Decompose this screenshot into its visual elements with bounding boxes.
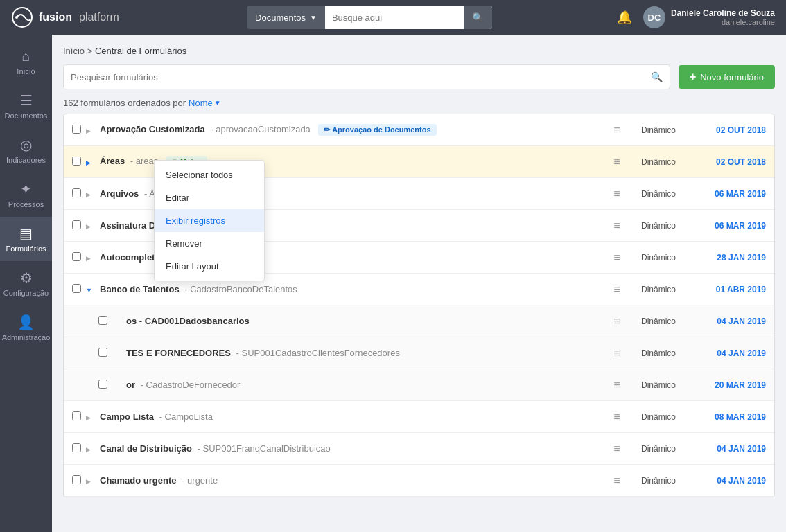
sidebar-item-inicio[interactable]: ⌂ Início [0, 40, 52, 84]
row-checkbox[interactable] [72, 188, 86, 200]
layers-icon: ≡ [606, 411, 627, 423]
user-email: daniele.caroline [671, 18, 775, 26]
form-date: 04 JAN 2019 [690, 444, 766, 454]
breadcrumb-home[interactable]: Início [63, 46, 85, 56]
sidebar-item-administracao[interactable]: 👤 Administração [0, 305, 52, 350]
global-search-input[interactable] [325, 6, 464, 29]
new-form-label: Novo formulário [700, 72, 764, 82]
table-row: Áreas - areas ✏ Metas ≡ Dinâmico 02 OUT … [64, 146, 774, 178]
context-menu-remove[interactable]: Remover [155, 232, 264, 255]
form-type: Dinâmico [627, 221, 690, 231]
form-slug: - CadastroDeFornecedor [141, 380, 241, 390]
sort-chevron-icon: ▼ [214, 99, 221, 107]
row-expand-btn[interactable] [86, 221, 100, 231]
form-type: Dinâmico [627, 189, 690, 199]
layers-icon: ≡ [606, 188, 627, 200]
form-date: 02 OUT 2018 [690, 125, 766, 135]
brand: fusion platform [11, 6, 136, 28]
form-name: Canal de Distribuição [100, 443, 192, 454]
row-expand-btn[interactable] [86, 189, 100, 199]
user-details: Daniele Caroline de Souza daniele.caroli… [671, 8, 775, 26]
form-date: 08 MAR 2019 [690, 412, 766, 422]
layers-icon: ≡ [606, 251, 627, 264]
context-menu-edit[interactable]: Editar [155, 186, 264, 209]
table-scroll[interactable]: Aprovação Customizada - aprovacaoCustomi… [64, 114, 774, 497]
context-menu-select-all[interactable]: Selecionar todos [155, 163, 264, 186]
form-type: Dinâmico [627, 476, 690, 486]
row-checkbox[interactable] [98, 380, 112, 391]
form-date: 02 OUT 2018 [690, 157, 766, 167]
form-search-input[interactable] [71, 72, 651, 82]
sidebar-item-label: Início [17, 67, 35, 76]
row-expand-btn[interactable] [86, 285, 100, 294]
context-menu-view-records[interactable]: Exibir registros [155, 209, 264, 232]
form-slug: - CampoLista [159, 411, 213, 422]
row-checkbox[interactable] [72, 125, 86, 136]
row-checkbox[interactable] [72, 157, 86, 168]
row-checkbox[interactable] [98, 316, 112, 327]
row-expand-btn[interactable] [86, 444, 100, 454]
main-content: Início > Central de Formulários 🔍 + Novo… [52, 35, 786, 532]
layers-icon: ≡ [606, 220, 627, 232]
form-date: 28 JAN 2019 [690, 253, 766, 263]
form-type: Dinâmico [627, 253, 690, 263]
admin-icon: 👤 [17, 314, 35, 330]
layers-icon: ≡ [606, 475, 627, 487]
docs-dropdown-btn[interactable]: Documentos ▼ [247, 6, 325, 29]
new-form-button[interactable]: + Novo formulário [679, 65, 775, 89]
layers-icon: ≡ [606, 443, 627, 455]
row-expand-btn[interactable] [86, 157, 100, 167]
sidebar-item-formularios[interactable]: ▤ Formulários [0, 217, 52, 261]
row-expand-btn[interactable] [86, 476, 100, 486]
row-name: or - CadastroDeFornecedor [126, 380, 606, 390]
row-expand-btn[interactable] [86, 253, 100, 263]
row-name: Chamado urgente - urgente [100, 475, 606, 486]
form-name: Arquivos [100, 188, 139, 199]
row-checkbox[interactable] [72, 475, 86, 486]
home-icon: ⌂ [21, 48, 30, 64]
row-checkbox[interactable] [72, 411, 86, 423]
form-name: Áreas [100, 156, 125, 166]
sidebar-item-documentos[interactable]: ☰ Documentos [0, 84, 52, 128]
sidebar-item-label: Processos [8, 200, 44, 209]
row-expand-btn[interactable] [86, 412, 100, 422]
global-search-btn[interactable]: 🔍 [464, 6, 492, 29]
row-name: Campo Lista - CampoLista [100, 411, 606, 422]
sort-by-link[interactable]: Nome ▼ [189, 98, 221, 108]
sidebar-item-configuracao[interactable]: ⚙ Configuração [0, 261, 52, 305]
brand-platform: platform [79, 11, 119, 24]
sidebar-item-label: Indicadores [6, 156, 46, 164]
form-type: Dinâmico [627, 317, 690, 326]
row-checkbox[interactable] [98, 348, 112, 359]
form-name: or [126, 380, 135, 390]
sort-by-label: Nome [189, 98, 213, 108]
context-menu: Selecionar todos Editar Exibir registros… [154, 160, 265, 281]
table-row: Aprovação Customizada - aprovacaoCustomi… [64, 114, 774, 146]
form-date: 04 JAN 2019 [690, 317, 766, 326]
table-row: Chamado urgente - urgente ≡ Dinâmico 04 … [64, 465, 774, 497]
sidebar-item-indicadores[interactable]: ◎ Indicadores [0, 128, 52, 172]
forms-table: Aprovação Customizada - aprovacaoCustomi… [63, 114, 775, 497]
user-info[interactable]: DC Daniele Caroline de Souza daniele.car… [643, 6, 775, 28]
form-slug: - urgente [182, 475, 218, 486]
row-expand-btn[interactable] [86, 125, 100, 135]
avatar: DC [643, 6, 665, 28]
table-row: TES E FORNECEDORES - SUP001CadastroClien… [64, 337, 774, 369]
search-row: 🔍 + Novo formulário [63, 64, 775, 89]
form-name: Campo Lista [100, 411, 154, 422]
row-checkbox[interactable] [72, 443, 86, 454]
navbar-right: 🔔 DC Daniele Caroline de Souza daniele.c… [617, 6, 775, 28]
sidebar-item-processos[interactable]: ✦ Processos [0, 172, 52, 217]
svg-point-1 [15, 16, 18, 19]
row-checkbox[interactable] [72, 284, 86, 295]
notifications-icon[interactable]: 🔔 [617, 10, 632, 25]
row-name: TES E FORNECEDORES - SUP001CadastroClien… [126, 348, 606, 358]
sidebar-item-label: Configuração [3, 289, 49, 297]
sort-info: 162 formulários ordenados por Nome ▼ [63, 98, 775, 108]
context-menu-edit-layout[interactable]: Editar Layout [155, 255, 264, 278]
form-name: TES E FORNECEDORES [126, 348, 231, 358]
row-checkbox[interactable] [72, 220, 86, 231]
form-name: os - CAD001Dadosbancarios [126, 316, 250, 326]
row-checkbox[interactable] [72, 252, 86, 263]
form-name: Aprovação Customizada [100, 124, 205, 134]
